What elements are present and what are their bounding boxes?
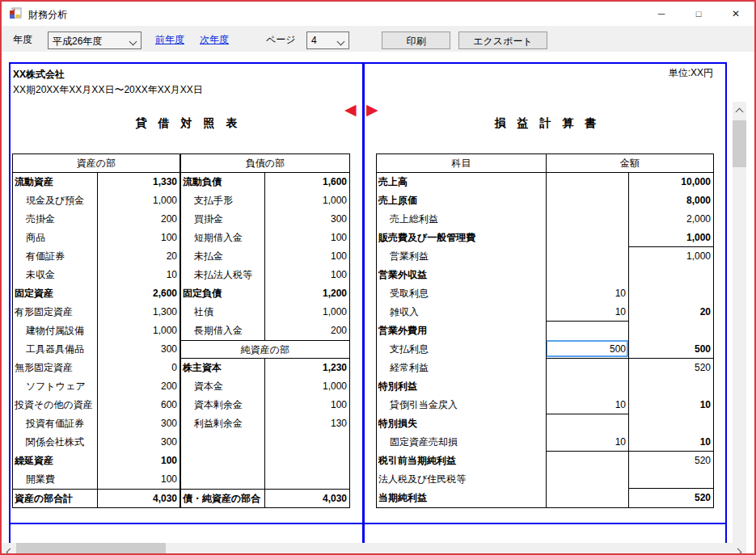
bs-label-cell[interactable]: 建物付属設備 bbox=[13, 322, 98, 340]
page-split-right-arrow-icon[interactable]: ▶ bbox=[366, 102, 378, 117]
bs-label-cell[interactable]: ソフトウェア bbox=[13, 377, 98, 396]
pl-account-cell[interactable]: 税引前当期純利益 bbox=[377, 452, 547, 470]
year-combobox[interactable]: 平成26年度 bbox=[48, 32, 141, 49]
bs-label-cell[interactable]: 流動資産 bbox=[13, 173, 98, 191]
pl-detail-cell[interactable] bbox=[547, 470, 629, 489]
bs-label-cell[interactable]: 現金及び預金 bbox=[13, 191, 98, 210]
pl-total-cell[interactable]: 520 bbox=[629, 359, 713, 377]
pl-detail-cell[interactable] bbox=[547, 452, 629, 470]
pl-account-cell[interactable]: 受取利息 bbox=[377, 284, 547, 303]
pl-account-cell[interactable]: 売上総利益 bbox=[377, 210, 547, 229]
bs-label-cell[interactable]: 短期借入金 bbox=[181, 229, 265, 247]
bs-label-cell[interactable]: 株主資本 bbox=[181, 359, 265, 377]
bs-value-cell[interactable]: 100 bbox=[265, 266, 349, 284]
horizontal-scrollbar[interactable] bbox=[2, 543, 746, 555]
bs-label-cell[interactable]: 有価証券 bbox=[13, 247, 98, 266]
pl-account-cell[interactable]: 経常利益 bbox=[377, 359, 547, 377]
pl-detail-cell[interactable] bbox=[547, 229, 629, 247]
bs-value-cell[interactable] bbox=[265, 452, 349, 470]
bs-label-cell[interactable]: 支払手形 bbox=[181, 191, 265, 210]
next-year-link[interactable]: 次年度 bbox=[200, 33, 229, 47]
bs-label-cell[interactable]: 商品 bbox=[13, 229, 98, 247]
pl-detail-cell[interactable] bbox=[547, 191, 629, 210]
bs-value-cell[interactable]: 200 bbox=[98, 210, 181, 229]
bs-label-cell[interactable]: 投資その他の資産 bbox=[13, 396, 98, 414]
bs-label-cell[interactable]: 流動負債 bbox=[181, 173, 265, 191]
bs-label-cell[interactable]: 資産の部合計 bbox=[13, 489, 98, 507]
bs-value-cell[interactable]: 10 bbox=[98, 266, 181, 284]
bs-value-cell[interactable] bbox=[265, 433, 349, 452]
minimize-button[interactable]: ─ bbox=[643, 2, 680, 26]
bs-label-cell[interactable]: 繰延資産 bbox=[13, 452, 98, 470]
pl-total-cell[interactable] bbox=[629, 377, 713, 396]
pl-detail-cell[interactable]: 10 bbox=[547, 396, 629, 414]
pl-account-cell[interactable]: 営業外費用 bbox=[377, 322, 547, 340]
page-combobox[interactable]: 4 bbox=[306, 32, 349, 49]
bs-value-cell[interactable]: 200 bbox=[98, 377, 181, 396]
pl-total-cell[interactable]: 1,000 bbox=[629, 247, 713, 266]
bs-value-cell[interactable]: 300 bbox=[265, 210, 349, 229]
bs-label-cell[interactable]: 社債 bbox=[181, 303, 265, 322]
bs-label-cell[interactable]: 未収金 bbox=[13, 266, 98, 284]
pl-total-cell[interactable] bbox=[629, 470, 713, 489]
pl-account-cell[interactable]: 支払利息 bbox=[377, 340, 547, 359]
bs-value-cell[interactable]: 0 bbox=[98, 359, 181, 377]
pl-total-cell[interactable]: 10,000 bbox=[629, 173, 713, 191]
close-button[interactable]: ✕ bbox=[717, 2, 754, 26]
pl-account-cell[interactable]: 売上原価 bbox=[377, 191, 547, 210]
pl-account-cell[interactable]: 売上高 bbox=[377, 173, 547, 191]
bs-value-cell[interactable]: 100 bbox=[98, 229, 181, 247]
bs-label-cell[interactable] bbox=[181, 470, 265, 489]
bs-value-cell[interactable]: 600 bbox=[98, 396, 181, 414]
pl-detail-cell[interactable] bbox=[547, 489, 629, 507]
pl-detail-cell[interactable] bbox=[547, 210, 629, 229]
bs-value-cell[interactable]: 100 bbox=[265, 247, 349, 266]
pl-account-cell[interactable]: 販売費及び一般管理費 bbox=[377, 229, 547, 247]
bs-label-cell[interactable]: 長期借入金 bbox=[181, 322, 265, 340]
bs-label-cell[interactable]: 関係会社株式 bbox=[13, 433, 98, 452]
bs-value-cell[interactable]: 100 bbox=[265, 396, 349, 414]
pl-total-cell[interactable] bbox=[629, 266, 713, 284]
pl-detail-cell[interactable] bbox=[547, 377, 629, 396]
pl-detail-cell[interactable]: 10 bbox=[547, 433, 629, 452]
pl-account-cell[interactable]: 雑収入 bbox=[377, 303, 547, 322]
bs-label-cell[interactable]: 資本金 bbox=[181, 377, 265, 396]
bs-value-cell[interactable]: 1,000 bbox=[98, 322, 181, 340]
bs-value-cell[interactable]: 2,600 bbox=[98, 284, 181, 303]
bs-label-cell[interactable] bbox=[181, 452, 265, 470]
bs-value-cell[interactable]: 4,030 bbox=[98, 489, 181, 507]
pl-total-cell[interactable]: 520 bbox=[629, 452, 713, 470]
pl-total-cell[interactable]: 2,000 bbox=[629, 210, 713, 229]
bs-value-cell[interactable]: 1,200 bbox=[265, 284, 349, 303]
pl-detail-cell[interactable]: 10 bbox=[547, 284, 629, 303]
pl-account-cell[interactable]: 営業外収益 bbox=[377, 266, 547, 284]
pl-account-cell[interactable]: 固定資産売却損 bbox=[377, 433, 547, 452]
bs-value-cell[interactable]: 20 bbox=[98, 247, 181, 266]
pl-account-cell[interactable]: 特別損失 bbox=[377, 414, 547, 433]
vertical-scrollbar[interactable] bbox=[733, 102, 746, 544]
bs-value-cell[interactable]: 1,000 bbox=[265, 303, 349, 322]
bs-value-cell[interactable]: 300 bbox=[98, 433, 181, 452]
bs-value-cell[interactable]: 100 bbox=[98, 452, 181, 470]
bs-label-cell[interactable]: 有形固定資産 bbox=[13, 303, 98, 322]
prev-year-link[interactable]: 前年度 bbox=[155, 33, 184, 47]
export-button[interactable]: エクスポート bbox=[458, 32, 547, 49]
pl-detail-cell[interactable] bbox=[547, 173, 629, 191]
pl-total-cell[interactable]: 8,000 bbox=[629, 191, 713, 210]
pl-account-cell[interactable]: 特別利益 bbox=[377, 377, 547, 396]
pl-account-cell[interactable]: 当期純利益 bbox=[377, 489, 547, 507]
bs-value-cell[interactable]: 100 bbox=[98, 470, 181, 489]
bs-label-cell[interactable]: 固定資産 bbox=[13, 284, 98, 303]
bs-label-cell[interactable]: 未払法人税等 bbox=[181, 266, 265, 284]
bs-label-cell[interactable]: 開業費 bbox=[13, 470, 98, 489]
pl-detail-cell[interactable] bbox=[547, 266, 629, 284]
bs-label-cell[interactable]: 買掛金 bbox=[181, 210, 265, 229]
pl-total-cell[interactable]: 20 bbox=[629, 303, 713, 322]
bs-label-cell[interactable]: 未払金 bbox=[181, 247, 265, 266]
pl-detail-cell[interactable] bbox=[547, 359, 629, 377]
bs-value-cell[interactable]: 200 bbox=[265, 322, 349, 340]
bs-label-cell[interactable]: 工具器具備品 bbox=[13, 340, 98, 359]
scroll-left-icon[interactable] bbox=[3, 543, 17, 555]
pl-total-cell[interactable]: 500 bbox=[629, 340, 713, 359]
bs-value-cell[interactable]: 1,600 bbox=[265, 173, 349, 191]
